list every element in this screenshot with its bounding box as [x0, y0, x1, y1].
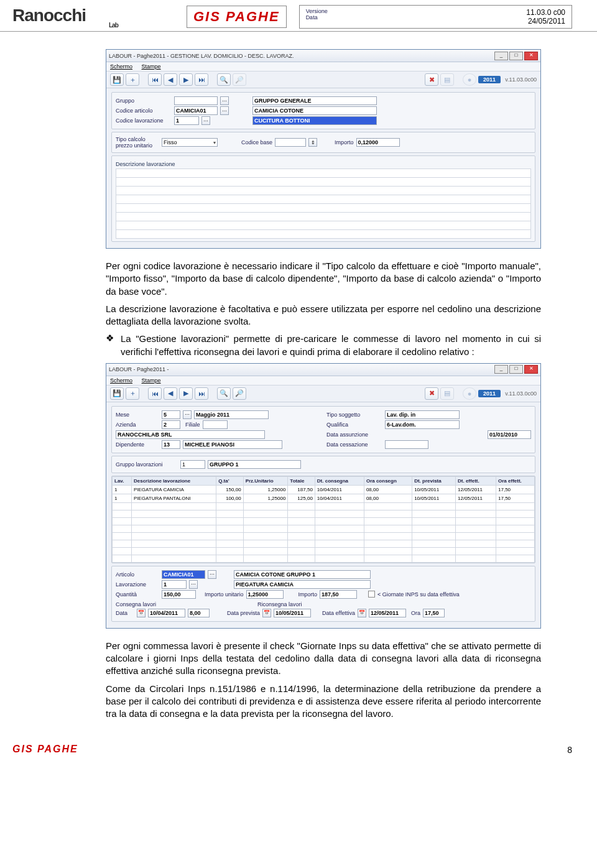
articolo-input[interactable]: CAMICIA01: [162, 570, 205, 579]
close-button[interactable]: ✕: [524, 365, 538, 374]
gruppolav-label: Gruppo lavorazioni: [116, 461, 178, 468]
lookup-icon[interactable]: ⋯: [208, 570, 216, 579]
screenshot-window-2: LABOUR - Paghe2011 - _ □ ✕ Schermo Stamp…: [106, 363, 541, 629]
lookup-icon[interactable]: ⋯: [220, 96, 229, 105]
dataeff-label: Data effettiva: [322, 610, 355, 616]
dataeff-input[interactable]: 12/05/2011: [369, 609, 406, 617]
codlav-input[interactable]: 1: [174, 116, 199, 125]
minimize-button[interactable]: _: [494, 365, 508, 374]
lavorazione-input[interactable]: 1: [162, 580, 187, 589]
save-icon[interactable]: 💾: [110, 73, 124, 86]
tipocalc-label: Tipo calcolo prezzo unitario: [116, 136, 159, 149]
table-row[interactable]: [113, 555, 535, 562]
table-row[interactable]: [113, 532, 535, 540]
azienda-name: RANOCCHILAB SRL: [116, 430, 265, 439]
close-button[interactable]: ✕: [524, 52, 538, 60]
table-row[interactable]: [113, 502, 535, 510]
search-icon[interactable]: 🔍: [217, 387, 231, 400]
version-badge: v.11.03.0c00: [505, 76, 537, 83]
delete-icon[interactable]: ✖: [425, 387, 438, 400]
dataass-value: 01/01/2010: [488, 430, 531, 439]
desc-grid[interactable]: [116, 169, 531, 239]
last-icon[interactable]: ⏭: [195, 387, 208, 400]
tipocalc-combo[interactable]: Fisso: [162, 138, 218, 147]
data-consegna-input[interactable]: 10/04/2011: [148, 609, 185, 617]
quantita-input[interactable]: 150,00: [162, 590, 196, 599]
new-icon[interactable]: ＋: [126, 73, 139, 86]
impunit-input[interactable]: 1,25000: [246, 590, 284, 599]
version-box: Versione Data 11.03.0 c00 24/05/2011: [299, 5, 572, 29]
column-header: Dt. prevista: [412, 476, 456, 485]
menu-stampe[interactable]: Stampe: [142, 63, 161, 70]
gruppolav-input[interactable]: 1: [180, 460, 205, 469]
menu-schermo[interactable]: Schermo: [110, 377, 132, 384]
table-row[interactable]: [113, 540, 535, 547]
mese-desc: Maggio 2011: [194, 410, 269, 419]
minimize-button[interactable]: _: [494, 52, 508, 60]
paragraph-1: Per ogni codice lavorazione è necessario…: [106, 260, 541, 298]
last-icon[interactable]: ⏭: [195, 73, 208, 86]
codlav-desc[interactable]: CUCITURA BOTTONI: [252, 116, 377, 125]
codbase-input[interactable]: [275, 138, 306, 147]
column-header: Dt. consegna: [315, 476, 364, 485]
filiale-input[interactable]: [203, 420, 228, 429]
qualifica-value: 6-Lav.dom.: [385, 420, 460, 429]
lookup-icon[interactable]: ⋯: [201, 116, 210, 125]
first-icon[interactable]: ⏮: [148, 73, 162, 86]
next-icon[interactable]: ▶: [179, 387, 193, 400]
page-header: Ranocchi Lab GIS PAGHE Versione Data 11.…: [0, 0, 597, 32]
giornate-inps-checkbox[interactable]: [368, 591, 375, 598]
maximize-button[interactable]: □: [509, 52, 523, 60]
table-row[interactable]: 1PIEGATURA PANTALONI100,001,25000125,001…: [113, 494, 535, 502]
next-icon[interactable]: ▶: [179, 73, 193, 86]
zoom-icon[interactable]: 🔎: [233, 387, 246, 400]
table-row[interactable]: [113, 547, 535, 555]
window-buttons: _ □ ✕: [494, 365, 538, 374]
ora-eff-input[interactable]: 17,50: [423, 609, 445, 617]
table-row[interactable]: [113, 525, 535, 532]
calendar-icon[interactable]: 📅: [137, 609, 146, 617]
delete-icon[interactable]: ✖: [425, 73, 438, 86]
dip-input[interactable]: 13: [162, 440, 180, 449]
lookup-icon[interactable]: ⋯: [189, 580, 198, 589]
bullet-icon: ❖: [106, 333, 121, 358]
page-number: 8: [567, 745, 572, 755]
codart-input[interactable]: CAMICIA01: [174, 106, 218, 115]
dataprev-label: Data prevista: [227, 610, 260, 616]
table-row[interactable]: [113, 517, 535, 525]
menu-stampe[interactable]: Stampe: [142, 377, 161, 384]
prev-icon[interactable]: ◀: [164, 73, 177, 86]
zoom-icon[interactable]: 🔎: [233, 73, 246, 86]
prev-icon[interactable]: ◀: [164, 387, 177, 400]
ora-consegna-input[interactable]: 8,00: [188, 609, 210, 617]
lookup-icon[interactable]: ⋯: [183, 410, 192, 419]
calendar-icon[interactable]: 📅: [262, 609, 271, 617]
tool-icon[interactable]: ▤: [440, 73, 454, 86]
mese-input[interactable]: 5: [162, 410, 180, 419]
calendar-icon[interactable]: 📅: [358, 609, 366, 617]
maximize-button[interactable]: □: [509, 365, 523, 374]
articolo-desc: CAMICIA COTONE GRUPPO 1: [234, 570, 371, 579]
spinner-icon[interactable]: ⇕: [308, 138, 317, 147]
tool-icon[interactable]: ▤: [440, 387, 454, 400]
gruppo-fieldset: Gruppo lavorazioni 1 GRUPPO 1: [111, 456, 535, 473]
save-icon[interactable]: 💾: [110, 387, 124, 400]
lavorazioni-grid[interactable]: Lav.Descrizione lavorazioneQ.ta'Prz.Unit…: [112, 476, 535, 563]
new-icon[interactable]: ＋: [126, 387, 139, 400]
first-icon[interactable]: ⏮: [148, 387, 162, 400]
table-row[interactable]: [113, 510, 535, 517]
search-icon[interactable]: 🔍: [217, 73, 231, 86]
impunit-label: Importo unitario: [205, 591, 244, 598]
table-row[interactable]: 1PIEGATURA CAMICIA150,001,25000187,5010/…: [113, 485, 535, 494]
qualifica-label: Qualifica: [326, 422, 382, 428]
importo-input[interactable]: 0,12000: [356, 138, 400, 147]
menu-schermo[interactable]: Schermo: [110, 63, 132, 70]
header-fieldset: Mese 5 ⋯ Maggio 2011 Azienda 2 Filiale: [111, 406, 535, 453]
dataprev-input[interactable]: 10/05/2011: [274, 609, 311, 617]
gruppo-input[interactable]: [174, 96, 218, 105]
column-header: Prz.Unitario: [243, 476, 288, 485]
lookup-icon[interactable]: ⋯: [220, 106, 229, 115]
paragraph-3: Per ogni commessa lavori è presente il c…: [106, 640, 541, 678]
data-label: Data: [116, 610, 134, 616]
azienda-input[interactable]: 2: [162, 420, 180, 429]
